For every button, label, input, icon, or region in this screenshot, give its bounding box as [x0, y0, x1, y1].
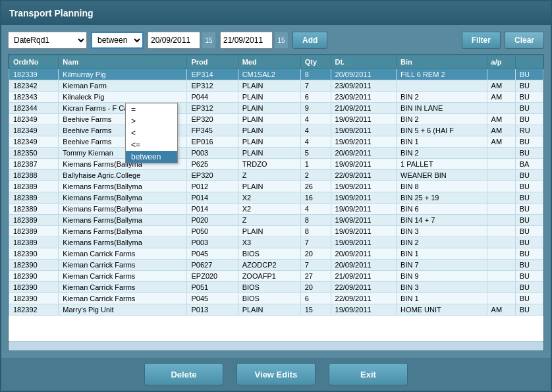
table-row[interactable]: 182389Kiernans Farms(BallymaP012PLAIN261…	[9, 181, 543, 192]
table-cell: BU	[515, 293, 543, 304]
table-row[interactable]: 182392Marry's Pig UnitP013PLAIN1519/09/2…	[9, 304, 543, 316]
table-cell: BIN 3	[397, 226, 487, 237]
table-row[interactable]: 182389Kiernans Farms(BallymaP050PLAIN819…	[9, 226, 543, 237]
table-row[interactable]: 182390Kiernan Carrick FarmsP051BIOS2022/…	[9, 282, 543, 293]
table-row[interactable]: 182389Kiernans Farms(BallymaP014X2419/09…	[9, 204, 543, 215]
filter-button[interactable]: Filter	[462, 32, 501, 49]
operator-option-between[interactable]: between	[126, 151, 177, 163]
table-row[interactable]: 182349Beehive FarmsEP016PLAIN419/09/2011…	[9, 136, 543, 148]
view-edits-button[interactable]: View Edits	[236, 363, 316, 385]
table-cell: Kiernan Carrick Farms	[59, 248, 187, 260]
date1-input[interactable]	[148, 32, 200, 49]
clear-button[interactable]: Clear	[505, 32, 544, 49]
table-cell: Kiernans Farms(Ballyma	[59, 204, 187, 215]
table-cell: 8	[300, 226, 331, 237]
table-row[interactable]: 182389Kiernans Farms(BallymaP020Z819/09/…	[9, 215, 543, 226]
window-body: DateRqd1 between 15 15 Add Filter Clear	[1, 25, 551, 391]
table-cell: 2	[300, 170, 331, 181]
table-cell: Kiernans Farms(Ballyma	[59, 181, 187, 192]
table-cell: 182392	[9, 304, 59, 316]
table-row[interactable]: 182390Kiernan Carrick FarmsEPZ020ZOOAFP1…	[9, 271, 543, 282]
table-cell	[487, 282, 515, 293]
table-cell	[487, 181, 515, 192]
table-cell: BU	[515, 80, 543, 92]
table-row[interactable]: 182343Kilnaleck PigP044PLAIN623/09/2011B…	[9, 92, 543, 103]
add-button[interactable]: Add	[292, 32, 327, 49]
table-header-row: OrdrNo Nam Prod Med Qty Dt. Bin a/p	[9, 55, 543, 69]
footer: Delete View Edits Exit	[1, 358, 551, 391]
operator-option-lt[interactable]: <	[126, 127, 177, 139]
table-cell: 4	[300, 136, 331, 148]
table-cell: 19/09/2011	[331, 181, 397, 192]
col-prod: Prod	[187, 55, 238, 69]
table-cell: BIN 25 + 19	[397, 192, 487, 204]
col-nam: Nam	[59, 55, 187, 69]
table-row[interactable]: 182390Kiernan Carrick FarmsP045BIOS622/0…	[9, 293, 543, 304]
table-cell: BIN 1	[397, 136, 487, 148]
table-row[interactable]: 182390Kiernan Carrick FarmsP045BIOS2020/…	[9, 248, 543, 260]
table-row[interactable]: 182349Beehive FarmsEP320PLAIN419/09/2011…	[9, 114, 543, 125]
operator-option-lte[interactable]: <=	[126, 139, 177, 151]
table-cell: Kiernan Carrick Farms	[59, 260, 187, 271]
table-row[interactable]: 182389Kiernans Farms(BallymaP003X3719/09…	[9, 237, 543, 248]
table-cell: 6	[300, 293, 331, 304]
operator-selector[interactable]: between	[91, 32, 144, 49]
table-row[interactable]: 182349Beehive FarmsFP345PLAIN419/09/2011…	[9, 125, 543, 136]
delete-button[interactable]: Delete	[144, 363, 223, 385]
table-cell: X3	[238, 237, 300, 248]
table-cell: 182342	[9, 80, 59, 92]
table-cell: 1	[300, 159, 331, 170]
field-selector[interactable]: DateRqd1	[8, 32, 87, 49]
table-cell: 182339	[9, 69, 59, 80]
table-cell: 19/09/2011	[331, 192, 397, 204]
table-row[interactable]: 182342Kiernan FarmEP312PLAIN723/09/2011A…	[9, 80, 543, 92]
table-scroll[interactable]: OrdrNo Nam Prod Med Qty Dt. Bin a/p	[9, 55, 543, 341]
table-cell	[487, 204, 515, 215]
table-cell	[487, 159, 515, 170]
date1-field: 15	[148, 32, 216, 49]
table-cell: BU	[515, 248, 543, 260]
table-row[interactable]: 182344Kicran Farms - F CarltoEP312PLAIN9…	[9, 103, 543, 114]
table-cell: 182390	[9, 293, 59, 304]
table-row[interactable]: 182388Ballyhaise Agric.CollegeEP320Z222/…	[9, 170, 543, 181]
table-cell: BIN 1	[397, 293, 487, 304]
table-cell: Kiernans Farms(Ballyma	[59, 237, 187, 248]
table-cell: 19/09/2011	[331, 237, 397, 248]
horizontal-scrollbar[interactable]	[9, 341, 543, 350]
table-cell: EP320	[187, 114, 238, 125]
table-row[interactable]: 182339Kilmurray PigEP314CM1SAL2820/09/20…	[9, 69, 543, 80]
table-cell: WEANER BIN	[397, 170, 487, 181]
table-cell	[487, 170, 515, 181]
table-cell: RU	[515, 125, 543, 136]
exit-button[interactable]: Exit	[329, 363, 408, 385]
table-cell: 4	[300, 204, 331, 215]
table-row[interactable]: 182389Kiernans Farms(BallymaP014X21619/0…	[9, 192, 543, 204]
table-cell: AM	[487, 304, 515, 316]
table-cell: FILL 6 REM 2	[397, 69, 487, 80]
date2-input[interactable]	[220, 32, 273, 49]
table-row[interactable]: 182387Kiernans Farms(BallymaP625TRDZO119…	[9, 159, 543, 170]
table-cell: BA	[515, 159, 543, 170]
table-row[interactable]: 182350Tommy KiernanP003PLAIN520/09/2011B…	[9, 148, 543, 159]
calendar2-button[interactable]: 15	[274, 32, 289, 49]
table-cell: 19/09/2011	[331, 204, 397, 215]
data-table-container: OrdrNo Nam Prod Med Qty Dt. Bin a/p	[8, 54, 544, 351]
table-cell: PLAIN	[238, 103, 300, 114]
date2-field: 15	[220, 32, 289, 49]
table-cell: PLAIN	[238, 304, 300, 316]
table-cell	[487, 215, 515, 226]
table-cell: 20/09/2011	[331, 69, 397, 80]
operator-option-gt[interactable]: >	[126, 115, 177, 127]
table-cell: BIN 8	[397, 181, 487, 192]
table-cell: 22/09/2011	[331, 293, 397, 304]
table-body: 182339Kilmurray PigEP314CM1SAL2820/09/20…	[9, 69, 543, 316]
table-cell: 182390	[9, 260, 59, 271]
table-cell: Kiernans Farms(Ballyma	[59, 192, 187, 204]
table-cell: 182388	[9, 170, 59, 181]
table-cell: 19/09/2011	[331, 136, 397, 148]
table-row[interactable]: 182390Kiernan Carrick FarmsP0627AZODCP27…	[9, 260, 543, 271]
calendar1-button[interactable]: 15	[202, 32, 216, 49]
operator-option-eq[interactable]: =	[126, 103, 177, 115]
table-cell: X2	[238, 204, 300, 215]
table-cell: BU	[515, 136, 543, 148]
